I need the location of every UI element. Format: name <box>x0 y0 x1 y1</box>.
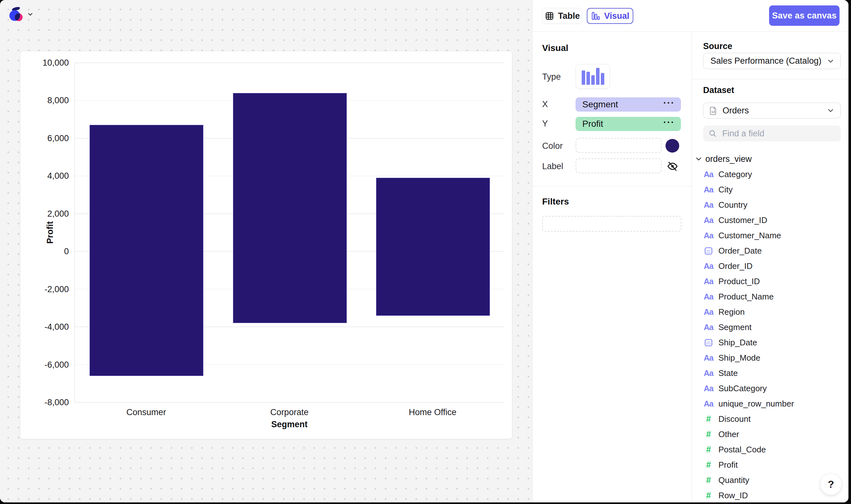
field-item[interactable]: AaCountry <box>692 197 848 213</box>
visual-section-title: Visual <box>542 43 568 53</box>
field-search-input[interactable] <box>722 128 836 139</box>
chart-type-button[interactable] <box>575 64 610 89</box>
field-item-label: Product_Name <box>719 292 774 302</box>
help-button[interactable]: ? <box>820 473 842 495</box>
filters-drop-zone[interactable] <box>542 216 681 232</box>
save-as-canvas-button[interactable]: Save as canvas <box>769 5 839 26</box>
number-field-icon: # <box>706 414 711 424</box>
y-field-options-icon[interactable]: ··· <box>663 119 675 129</box>
tree-root-orders-view[interactable]: orders_view <box>692 151 848 167</box>
number-field-icon: # <box>706 475 711 485</box>
color-drop-zone[interactable] <box>575 138 662 153</box>
text-field-icon: Aa <box>704 323 713 332</box>
logo-chevron-down-icon[interactable] <box>27 11 34 18</box>
field-item[interactable]: AaCategory <box>692 167 848 182</box>
field-item[interactable]: Aaunique_row_number <box>692 396 848 411</box>
dataset-select[interactable]: Orders <box>703 103 841 119</box>
field-item-label: Other <box>719 429 739 439</box>
field-item[interactable]: Ship_Date <box>692 335 848 350</box>
visual-config-panel: Visual Type X Segment ··· Y Profit ··· C… <box>532 32 692 502</box>
label-drop-zone[interactable] <box>575 158 662 173</box>
y-field-pill[interactable]: Profit ··· <box>575 117 681 131</box>
field-item[interactable]: AaCustomer_Name <box>692 228 848 243</box>
field-item[interactable]: #Postal_Code <box>692 442 848 457</box>
x-field-options-icon[interactable]: ··· <box>663 100 675 109</box>
field-item-label: City <box>719 185 733 195</box>
x-field-pill[interactable]: Segment ··· <box>575 97 681 111</box>
visual-tab-label: Visual <box>604 11 629 21</box>
text-field-icon: Aa <box>704 277 713 286</box>
bar-corporate[interactable] <box>233 93 347 323</box>
text-field-icon: Aa <box>704 170 713 179</box>
color-row-label: Color <box>542 141 563 151</box>
date-field-icon <box>704 246 713 255</box>
y-tick-label: 2,000 <box>20 209 69 219</box>
field-item-label: Customer_Name <box>719 231 781 240</box>
field-list: AaCategoryAaCityAaCountryAaCustomer_IDAa… <box>692 167 848 502</box>
field-item[interactable]: #Profit <box>692 457 848 472</box>
eye-off-icon <box>667 161 678 172</box>
text-field-icon: Aa <box>704 292 713 301</box>
x-row-label: X <box>542 100 548 109</box>
text-field-icon: Aa <box>704 307 713 317</box>
y-row-label: Y <box>542 119 548 129</box>
color-swatch[interactable] <box>666 139 679 152</box>
search-icon <box>708 129 717 138</box>
date-field-icon <box>704 338 713 347</box>
field-item[interactable]: Order_Date <box>692 243 848 258</box>
source-select[interactable]: Sales Performance (Catalog) <box>703 53 841 69</box>
field-item[interactable]: AaState <box>692 365 848 381</box>
field-item[interactable]: AaRegion <box>692 304 848 320</box>
field-item[interactable]: AaShip_Mode <box>692 350 848 365</box>
panel-divider <box>533 186 692 186</box>
field-item[interactable]: AaCity <box>692 182 848 197</box>
table-tab-label: Table <box>558 11 580 21</box>
y-tick-label: -4,000 <box>20 322 69 332</box>
field-item[interactable]: AaOrder_ID <box>692 258 848 274</box>
field-search-box[interactable] <box>703 126 841 141</box>
help-button-label: ? <box>828 479 834 490</box>
panel-divider <box>692 79 848 79</box>
field-item-label: Discount <box>719 414 750 424</box>
field-item[interactable]: AaCustomer_ID <box>692 213 848 228</box>
field-item[interactable]: #Other <box>692 427 848 442</box>
field-item[interactable]: AaProduct_ID <box>692 274 848 289</box>
gridline <box>75 402 504 403</box>
text-field-icon: Aa <box>704 200 713 210</box>
field-item-label: Product_ID <box>719 276 760 286</box>
number-field-icon: # <box>706 429 711 439</box>
chart-type-bar-icon <box>582 68 604 85</box>
field-item-label: Postal_Code <box>719 445 766 455</box>
number-field-icon: # <box>706 445 711 455</box>
y-field-value: Profit <box>582 119 663 129</box>
label-visibility-toggle[interactable] <box>667 160 678 172</box>
number-field-icon: # <box>706 491 711 501</box>
field-item[interactable]: #Discount <box>692 411 848 427</box>
bar-home-office[interactable] <box>376 178 490 316</box>
field-item[interactable]: AaSubCategory <box>692 381 848 396</box>
y-tick-label: 4,000 <box>20 171 69 181</box>
table-tab-button[interactable]: Table <box>542 8 582 24</box>
y-tick-label: -2,000 <box>20 284 69 294</box>
visual-bars-icon <box>590 11 600 21</box>
app-logo[interactable] <box>9 7 23 22</box>
field-item-label: Profit <box>719 460 738 470</box>
canvas-area: Profit 10,0008,0006,0004,0002,0000-2,000… <box>0 0 532 502</box>
y-axis-title: Profit <box>43 63 57 402</box>
text-field-icon: Aa <box>704 262 713 271</box>
field-item-label: unique_row_number <box>719 399 794 409</box>
field-item[interactable]: AaProduct_Name <box>692 289 848 304</box>
field-item-label: State <box>719 368 738 378</box>
x-axis-title: Segment <box>75 419 504 429</box>
field-item[interactable]: AaSegment <box>692 320 848 335</box>
bar-consumer[interactable] <box>90 125 203 376</box>
visual-tab-button[interactable]: Visual <box>587 8 633 24</box>
y-tick-label: 8,000 <box>20 95 69 105</box>
number-field-icon: # <box>706 460 711 470</box>
field-item-label: Ship_Mode <box>719 353 761 363</box>
field-item-label: Country <box>719 200 747 210</box>
save-as-canvas-label: Save as canvas <box>772 11 836 21</box>
field-item-label: Quantity <box>719 475 749 485</box>
y-tick-label: -6,000 <box>20 360 69 370</box>
chart-card: Profit 10,0008,0006,0004,0002,0000-2,000… <box>20 51 512 439</box>
